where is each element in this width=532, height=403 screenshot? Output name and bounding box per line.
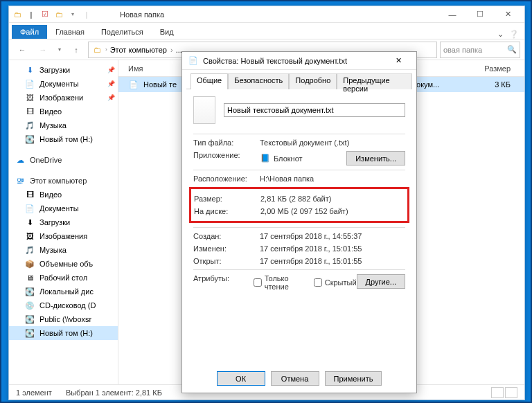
nav-icon: ⬇ [24, 217, 35, 228]
change-app-button[interactable]: Изменить... [346, 151, 405, 165]
up-button[interactable]: ↑ [67, 42, 85, 58]
maximize-button[interactable]: ☐ [466, 6, 494, 23]
file-size: 3 КБ [495, 80, 524, 89]
nav-item[interactable]: 🖥Рабочий стол [9, 271, 118, 285]
dialog-title: Свойства: Новый текстовый документ.txt [203, 57, 347, 65]
nav-icon: 🖼 [24, 231, 35, 242]
cancel-button[interactable]: Отмена [271, 371, 319, 386]
tab-file[interactable]: Файл [12, 25, 47, 39]
nav-item[interactable]: 📄Документы📌 [9, 77, 118, 91]
nav-icon: 🖼 [24, 92, 35, 103]
filetype-value: Текстовый документ (.txt) [260, 138, 349, 147]
tab-previous-versions[interactable]: Предыдущие версии [337, 73, 412, 89]
pin-icon: 📌 [107, 66, 115, 73]
nav-item[interactable]: 💽Локальный дис [9, 285, 118, 298]
ribbon-expand-icon[interactable]: ⌄ [497, 30, 504, 39]
modified-label: Изменен: [193, 244, 260, 253]
recent-dropdown[interactable]: ▾ [55, 42, 64, 58]
nav-icon: 🎞 [24, 106, 35, 117]
breadcrumb[interactable]: Этот компьютер [110, 46, 173, 54]
dialog-tabs: Общие Безопасность Подробно Предыдущие в… [186, 73, 412, 89]
help-icon[interactable]: ❔ [509, 30, 519, 39]
nav-item[interactable]: 🎞Видео [9, 105, 118, 118]
pin-icon: 📌 [107, 80, 115, 87]
apply-button[interactable]: Применить [325, 371, 382, 386]
hidden-checkbox[interactable]: Скрытый [314, 278, 357, 287]
col-name[interactable]: Имя [128, 64, 170, 73]
nav-icon: 📄 [24, 78, 35, 89]
nav-item[interactable]: 💽Новый том (H:) [9, 326, 118, 340]
qat-separator: | [26, 9, 37, 20]
modified-value: 17 сентября 2018 г., 15:01:55 [260, 244, 362, 253]
tab-share[interactable]: Поделиться [93, 25, 152, 39]
tab-general[interactable]: Общие [190, 73, 228, 89]
other-attributes-button[interactable]: Другие... [357, 274, 405, 289]
nav-item[interactable]: 📄Документы [9, 202, 118, 215]
folder-icon: 🗀 [12, 9, 23, 20]
tab-details[interactable]: Подробно [289, 73, 337, 89]
search-input[interactable]: овая папка 🔍 [440, 42, 520, 58]
nav-icon: 💿 [24, 300, 35, 311]
textfile-icon: 📄 [128, 79, 139, 90]
sizeondisk-value: 2,00 МБ (2 097 152 байт) [260, 207, 348, 215]
col-size[interactable]: Размер [484, 64, 524, 73]
back-button[interactable]: ← [13, 42, 31, 58]
ribbon-tabs: Файл Главная Поделиться Вид ⌄ ❔ [9, 23, 524, 39]
tab-home[interactable]: Главная [47, 25, 93, 39]
highlighted-size-section: Размер:2,81 КБ (2 882 байт) На диске:2,0… [189, 187, 409, 223]
folder-icon: 🗀 [91, 44, 103, 55]
size-label: Размер: [194, 195, 260, 203]
nav-item[interactable]: 🖼Изображени📌 [9, 91, 118, 105]
view-icons-button[interactable] [505, 387, 517, 398]
app-value: 📘Блокнот [260, 151, 303, 165]
nav-icon: ⬇ [24, 64, 35, 75]
created-value: 17 сентября 2018 г., 14:55:37 [260, 232, 362, 240]
filetype-label: Тип файла: [193, 138, 260, 147]
nav-icon: 🎞 [24, 189, 35, 200]
nav-item[interactable]: ⬇Загрузки📌 [9, 63, 118, 77]
view-details-button[interactable] [491, 387, 504, 398]
qat-checkbox-icon[interactable]: ☑ [39, 9, 51, 20]
nav-pane: ⬇Загрузки📌📄Документы📌🖼Изображени📌🎞Видео🎵… [9, 60, 118, 384]
opened-value: 17 сентября 2018 г., 15:01:55 [260, 257, 362, 265]
forward-button[interactable]: → [34, 42, 52, 58]
nav-item[interactable]: 💿CD-дисковод (D [9, 298, 118, 312]
nav-onedrive[interactable]: ☁OneDrive [9, 153, 118, 167]
nav-item[interactable]: 🎵Музыка [9, 243, 118, 257]
created-label: Создан: [193, 232, 260, 240]
attributes-label: Атрибуты: [193, 274, 254, 291]
nav-icon: 💽 [24, 314, 35, 325]
filename-input[interactable] [224, 103, 405, 117]
minimize-button[interactable]: — [438, 6, 466, 23]
nav-item[interactable]: ⬇Загрузки [9, 215, 118, 229]
nav-icon: 💽 [24, 328, 35, 339]
file-type: окум... [416, 80, 495, 89]
nav-item[interactable]: 📦Объемные объ [9, 257, 118, 271]
tab-security[interactable]: Безопасность [228, 73, 289, 89]
properties-dialog: 📄 Свойства: Новый текстовый документ.txt… [181, 51, 417, 393]
qat-dropdown-icon[interactable]: ▾ [67, 9, 78, 20]
tab-view[interactable]: Вид [152, 25, 182, 39]
nav-thispc[interactable]: 🖳Этот компьютер [9, 174, 118, 188]
nav-item[interactable]: 🖼Изображения [9, 229, 118, 243]
nav-icon: 💽 [24, 134, 35, 145]
nav-icon: 🎵 [24, 244, 35, 256]
item-count: 1 элемент [16, 388, 52, 397]
app-label: Приложение: [193, 151, 260, 165]
file-large-icon [193, 96, 215, 124]
ok-button[interactable]: ОК [217, 371, 265, 386]
titlebar: 🗀 | ☑ 🗀 ▾ | Новая папка — ☐ ✕ [9, 6, 524, 23]
window-title: Новая папка [92, 10, 438, 19]
nav-item[interactable]: 🎞Видео [9, 188, 118, 202]
nav-item[interactable]: 💽Новый том (H:) [9, 132, 118, 146]
nav-icon: 🖥 [24, 272, 35, 283]
nav-item[interactable]: 🎵Музыка [9, 118, 118, 132]
file-name: Новый те [143, 80, 177, 89]
search-icon: 🔍 [507, 45, 517, 54]
size-value: 2,81 КБ (2 882 байт) [260, 195, 331, 203]
close-button[interactable]: ✕ [494, 6, 522, 23]
dialog-close-button[interactable]: ✕ [386, 56, 411, 65]
nav-item[interactable]: 💽Public (\\vboxsr [9, 312, 118, 326]
opened-label: Открыт: [193, 257, 260, 265]
readonly-checkbox[interactable]: Только чтение [254, 274, 304, 291]
